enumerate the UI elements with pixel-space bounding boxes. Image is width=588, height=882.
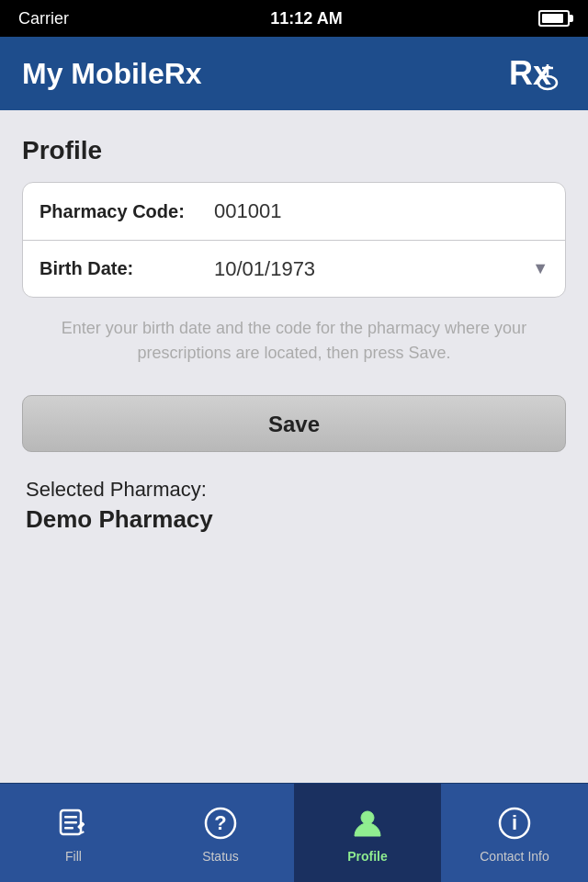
main-content: Profile Pharmacy Code: 001001 Birth Date… xyxy=(0,110,588,534)
status-icon: ? xyxy=(200,803,241,843)
contact-info-icon-svg: i xyxy=(496,805,533,842)
helper-text: Enter your birth date and the code for t… xyxy=(22,316,566,366)
selected-pharmacy-label: Selected Pharmacy: xyxy=(26,478,562,502)
rx-logo: Rx xyxy=(502,46,566,101)
tab-fill-label: Fill xyxy=(65,849,82,864)
pharmacy-code-row: Pharmacy Code: 001001 xyxy=(23,183,565,240)
birth-date-value: 10/01/1973 xyxy=(214,257,532,281)
pharmacy-code-label: Pharmacy Code: xyxy=(40,201,214,222)
svg-text:i: i xyxy=(512,811,517,834)
svg-rect-8 xyxy=(64,827,74,830)
tab-contact-info-label: Contact Info xyxy=(480,849,549,864)
profile-icon xyxy=(347,803,388,843)
dropdown-arrow-icon: ▼ xyxy=(532,259,548,278)
tab-profile[interactable]: Profile xyxy=(294,784,441,882)
selected-pharmacy-section: Selected Pharmacy: Demo Pharmacy xyxy=(22,478,566,534)
time-display: 11:12 AM xyxy=(270,9,342,28)
birth-date-row[interactable]: Birth Date: 10/01/1973 ▼ xyxy=(23,240,565,297)
carrier-info: Carrier xyxy=(18,9,74,28)
tab-status[interactable]: ? Status xyxy=(147,784,294,882)
carrier-text: Carrier xyxy=(18,9,69,28)
birth-date-label: Birth Date: xyxy=(40,258,214,279)
pharmacy-code-value: 001001 xyxy=(214,199,548,223)
birth-date-selector[interactable]: 10/01/1973 ▼ xyxy=(214,257,548,281)
tab-profile-label: Profile xyxy=(347,849,388,864)
svg-rect-6 xyxy=(64,816,77,819)
contact-info-icon: i xyxy=(494,803,535,843)
svg-point-13 xyxy=(361,811,374,824)
app-header: My MobileRx Rx xyxy=(0,37,588,110)
svg-rect-7 xyxy=(64,821,77,824)
profile-icon-svg xyxy=(349,805,386,842)
profile-form-card: Pharmacy Code: 001001 Birth Date: 10/01/… xyxy=(22,182,566,298)
tab-contact-info[interactable]: i Contact Info xyxy=(441,784,588,882)
status-bar: Carrier 11:12 AM xyxy=(0,0,588,37)
pharmacy-name: Demo Pharmacy xyxy=(26,505,562,534)
rx-logo-svg: Rx xyxy=(507,50,560,97)
app-title: My MobileRx xyxy=(22,57,202,91)
tab-fill[interactable]: Fill xyxy=(0,784,147,882)
fill-icon xyxy=(53,803,94,843)
section-title: Profile xyxy=(22,136,566,165)
tab-bar: Fill ? Status Profile i Contact Info xyxy=(0,783,588,882)
svg-text:?: ? xyxy=(214,811,226,834)
battery-icon xyxy=(538,10,570,27)
tab-status-label: Status xyxy=(202,849,239,864)
svg-text:Rx: Rx xyxy=(509,54,551,92)
save-button[interactable]: Save xyxy=(22,395,566,452)
fill-icon-svg xyxy=(55,805,92,842)
status-icon-svg: ? xyxy=(202,805,239,842)
